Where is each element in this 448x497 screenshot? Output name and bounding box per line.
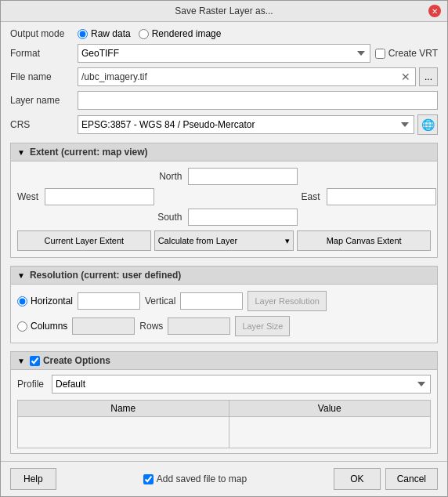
layer-name-input[interactable] — [78, 91, 438, 110]
options-empty-value — [229, 417, 430, 448]
options-table-body — [18, 417, 431, 448]
columns-row: Columns 14886 Rows 8738 Layer Size — [17, 316, 431, 336]
crs-label: CRS — [10, 119, 73, 130]
profile-label: Profile — [17, 379, 44, 390]
extent-buttons: Current Layer Extent Calculate from Laye… — [17, 230, 431, 251]
profile-select[interactable]: Default — [52, 375, 431, 394]
east-label: East — [301, 191, 323, 202]
extent-section-body: North 6322072.6573 West -13722723.2994 E… — [10, 161, 438, 258]
help-button[interactable]: Help — [10, 468, 56, 490]
resolution-section-header[interactable]: ▼ Resolution (current: user defined) — [10, 266, 438, 285]
ok-button[interactable]: OK — [334, 468, 380, 490]
raw-data-label: Raw data — [91, 28, 131, 39]
col-value-header: Value — [229, 401, 430, 417]
close-button[interactable]: ✕ — [428, 5, 441, 17]
rows-input: 8738 — [168, 317, 230, 335]
columns-label: Columns — [31, 321, 67, 332]
crs-input-area: EPSG:3857 - WGS 84 / Pseudo-Mercator 🌐 — [78, 114, 438, 135]
format-label: Format — [10, 48, 73, 59]
footer-center: Add saved file to map — [143, 473, 247, 484]
vertical-label: Vertical — [145, 296, 175, 307]
resolution-grid: Horizontal 0.5 Vertical 0.5 Layer Resolu… — [17, 291, 431, 336]
south-input[interactable]: 6317703.7532 — [188, 209, 298, 226]
extent-section-header[interactable]: ▼ Extent (current: map view) — [10, 143, 438, 161]
west-input[interactable]: -13722723.2994 — [45, 188, 154, 205]
create-options-arrow: ▼ — [17, 357, 25, 365]
resolution-arrow: ▼ — [17, 271, 25, 280]
extent-section: ▼ Extent (current: map view) North 63220… — [10, 140, 438, 258]
horizontal-radio-label[interactable]: Horizontal — [17, 296, 73, 307]
dialog-body: Output mode Raw data Rendered image Form… — [1, 22, 447, 461]
footer-right: OK Cancel — [334, 468, 438, 490]
calculate-from-layer-button[interactable]: Calculate from Layer ▾ — [154, 230, 294, 251]
map-canvas-extent-button[interactable]: Map Canvas Extent — [297, 230, 431, 251]
format-row: Format GeoTIFF Create VRT — [10, 44, 438, 63]
create-options-checkbox-label[interactable]: Create Options — [30, 355, 110, 366]
create-options-section: ▼ Create Options Profile Default Name — [10, 348, 438, 454]
resolution-section: ▼ Resolution (current: user defined) Hor… — [10, 263, 438, 343]
rendered-image-label: Rendered image — [152, 28, 222, 39]
file-input-wrap: /ubc_imagery.tif ✕ — [78, 67, 416, 86]
options-empty-name — [18, 417, 229, 448]
output-mode-options: Raw data Rendered image — [78, 28, 221, 39]
col-name-header: Name — [18, 401, 229, 417]
east-input[interactable]: -13715280.3262 — [327, 188, 436, 205]
extent-west-area: West -13722723.2994 — [17, 188, 154, 205]
resolution-title: Resolution (current: user defined) — [30, 270, 181, 281]
create-vrt-text: Create VRT — [388, 48, 438, 59]
crs-select-button[interactable]: 🌐 — [417, 114, 438, 135]
horizontal-row: Horizontal 0.5 Vertical 0.5 Layer Resolu… — [17, 291, 431, 311]
horizontal-input[interactable]: 0.5 — [78, 292, 140, 310]
file-name-label: File name — [10, 71, 73, 82]
file-path-text: /ubc_imagery.tif — [81, 71, 399, 82]
clear-file-button[interactable]: ✕ — [399, 71, 412, 83]
columns-input: 14886 — [72, 317, 135, 335]
extent-east-area: East -13715280.3262 — [301, 188, 435, 205]
file-input-area: /ubc_imagery.tif ✕ ... — [78, 67, 438, 86]
north-label: North — [159, 171, 185, 182]
create-options-title: Create Options — [43, 355, 110, 366]
footer-left: Help — [10, 468, 56, 490]
current-layer-extent-button[interactable]: Current Layer Extent — [17, 230, 151, 251]
browse-button[interactable]: ... — [419, 67, 438, 86]
north-input[interactable]: 6322072.6573 — [188, 168, 298, 185]
create-options-header[interactable]: ▼ Create Options — [10, 351, 438, 370]
west-label: West — [17, 191, 42, 202]
columns-radio-label[interactable]: Columns — [17, 321, 67, 332]
options-table-header: Name Value — [18, 401, 431, 417]
create-options-checkbox[interactable] — [30, 356, 40, 366]
format-select[interactable]: GeoTIFF — [78, 44, 370, 63]
calculate-from-layer-label: Calculate from Layer — [158, 236, 238, 245]
create-options-body: Profile Default Name Value — [10, 370, 438, 454]
output-mode-label: Output mode — [10, 28, 73, 39]
cancel-button[interactable]: Cancel — [385, 468, 438, 490]
extent-arrow: ▼ — [17, 148, 25, 157]
add-saved-file-label[interactable]: Add saved file to map — [143, 473, 247, 484]
crs-select[interactable]: EPSG:3857 - WGS 84 / Pseudo-Mercator — [78, 115, 414, 134]
add-saved-file-checkbox[interactable] — [143, 474, 154, 484]
raw-data-option[interactable]: Raw data — [78, 28, 131, 39]
crs-row: CRS EPSG:3857 - WGS 84 / Pseudo-Mercator… — [10, 114, 438, 135]
create-vrt-checkbox[interactable] — [375, 49, 385, 59]
south-label: South — [157, 212, 185, 223]
columns-radio[interactable] — [17, 321, 27, 332]
options-table: Name Value — [17, 400, 431, 448]
file-name-row: File name /ubc_imagery.tif ✕ ... — [10, 67, 438, 86]
layer-size-button[interactable]: Layer Size — [235, 316, 290, 336]
layer-name-label: Layer name — [10, 95, 73, 106]
output-mode-row: Output mode Raw data Rendered image — [10, 28, 438, 39]
layer-resolution-button[interactable]: Layer Resolution — [247, 291, 327, 311]
extent-grid: North 6322072.6573 West -13722723.2994 E… — [17, 168, 431, 226]
options-empty-row — [18, 417, 431, 448]
globe-icon: 🌐 — [421, 118, 435, 131]
horizontal-label: Horizontal — [31, 296, 73, 307]
dialog-footer: Help Add saved file to map OK Cancel — [1, 461, 447, 496]
horizontal-radio[interactable] — [17, 296, 27, 307]
rendered-image-option[interactable]: Rendered image — [139, 28, 222, 39]
resolution-section-body: Horizontal 0.5 Vertical 0.5 Layer Resolu… — [10, 285, 438, 343]
calculate-dropdown-arrow: ▾ — [285, 236, 290, 246]
create-vrt-label[interactable]: Create VRT — [375, 48, 438, 59]
extent-south-area: South 6317703.7532 — [157, 209, 298, 226]
add-saved-file-text: Add saved file to map — [157, 473, 247, 484]
vertical-input[interactable]: 0.5 — [180, 292, 243, 310]
